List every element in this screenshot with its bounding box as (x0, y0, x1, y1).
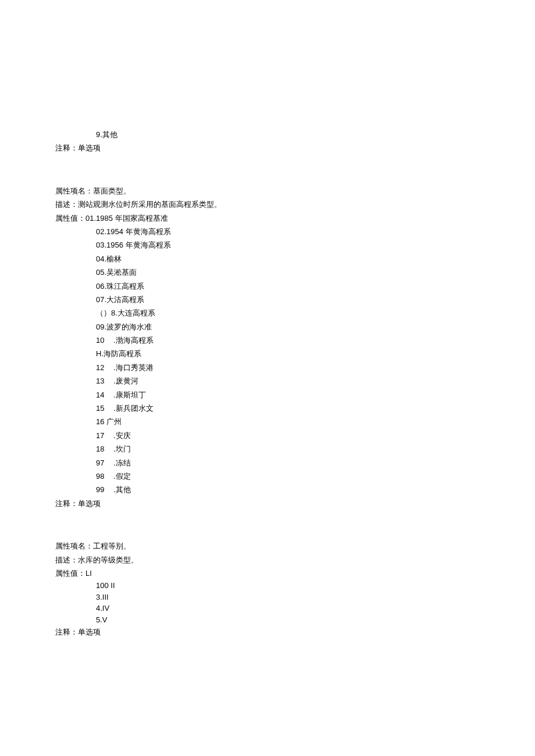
value-num: 18 (96, 442, 113, 456)
value-item: 99.其他 (55, 483, 480, 496)
attr-name-value: 工程等别。 (93, 542, 131, 550)
value-item: 15.新兵团水文 (55, 402, 480, 415)
value-item: 5.V (55, 614, 480, 626)
value-text: .渤海高程系 (113, 336, 154, 345)
value-item: H.海防高程系 (55, 347, 480, 360)
value-text: .冻结 (113, 458, 131, 467)
value-num: 17 (96, 429, 113, 442)
value-num: 13 (96, 374, 113, 388)
values-label: 属性值： (55, 214, 85, 223)
value-text: .废黄河 (113, 377, 138, 385)
value-item: 10.渤海高程系 (55, 334, 480, 347)
value-item: 02.1954 年黄海高程系 (55, 225, 480, 238)
note-line: 注释：单选项 (55, 625, 480, 639)
value-item: 09.波罗的海水准 (55, 320, 480, 334)
roman-list: 100 II 3.III 4.IV 5.V (55, 580, 480, 625)
attr-name-value: 基面类型。 (93, 187, 131, 195)
values-label: 属性值： (55, 569, 85, 578)
value-item: 01.1985 年国家高程基准 (85, 214, 168, 223)
value-item: 97.冻结 (55, 456, 480, 470)
note-label: 注释： (55, 628, 78, 636)
attr-name-line: 属性项名：基面类型。 (55, 184, 480, 198)
value-num: 97 (96, 456, 113, 470)
value-item: 16 广州 (55, 415, 480, 428)
value-item: 04.榆林 (55, 252, 480, 266)
value-item: （）8.大连高程系 (55, 306, 480, 320)
note-value: 单选项 (78, 144, 101, 152)
note-value: 单选项 (78, 499, 101, 508)
value-num: 15 (96, 402, 113, 415)
value-text: .坎门 (113, 445, 131, 453)
desc-label: 描述： (55, 556, 78, 564)
attr-name-label: 属性项名： (55, 542, 93, 550)
value-item: 12.海口秀英港 (55, 361, 480, 374)
value-item: 05.吴淞基面 (55, 266, 480, 279)
value-text: .新兵团水文 (113, 404, 154, 413)
value-item: 100 II (55, 580, 480, 592)
value-text: .假定 (113, 472, 131, 481)
value-item: 03.1956 年黄海高程系 (55, 238, 480, 252)
value-num: 12 (96, 361, 113, 374)
desc-line: 描述：水库的等级类型。 (55, 553, 480, 567)
value-item: 98.假定 (55, 470, 480, 483)
desc-value: 测站观测水位时所采用的基面高程系类型。 (78, 200, 222, 209)
value-item: 14.康斯坦丁 (55, 388, 480, 402)
values-first-line: 属性值：LI (55, 567, 480, 580)
note-line: 注释：单选项 (55, 141, 480, 155)
value-item: 13.废黄河 (55, 374, 480, 388)
value-num: 99 (96, 483, 113, 496)
value-text: .康斯坦丁 (113, 390, 146, 399)
value-text: .其他 (113, 485, 131, 494)
desc-label: 描述： (55, 200, 78, 209)
value-num: 10 (96, 334, 113, 347)
value-num: 98 (96, 470, 113, 483)
section-project-grade: 属性项名：工程等别。 描述：水库的等级类型。 属性值：LI 100 II 3.I… (55, 539, 480, 639)
note-value: 单选项 (78, 628, 101, 636)
value-item: 17.安庆 (55, 429, 480, 442)
value-text: .安庆 (113, 431, 131, 440)
value-text: .海口秀英港 (113, 363, 154, 372)
desc-value: 水库的等级类型。 (78, 556, 138, 564)
note-line: 注释：单选项 (55, 497, 480, 510)
desc-line: 描述：测站观测水位时所采用的基面高程系类型。 (55, 198, 480, 211)
attr-name-label: 属性项名： (55, 187, 93, 195)
section-datum-type: 属性项名：基面类型。 描述：测站观测水位时所采用的基面高程系类型。 属性值：01… (55, 184, 480, 510)
value-item: 18.坎门 (55, 442, 480, 456)
value-item: 06.珠江高程系 (55, 280, 480, 293)
note-label: 注释： (55, 144, 78, 152)
value-item: 9.其他 (55, 128, 480, 141)
values-first-line: 属性值：01.1985 年国家高程基准 (55, 212, 480, 225)
value-num: 14 (96, 388, 113, 402)
value-item: 4.IV (55, 603, 480, 614)
value-item: LI (85, 569, 92, 578)
value-item: 07.大沽高程系 (55, 293, 480, 306)
section-tail: 9.其他 注释：单选项 (55, 128, 480, 155)
value-item: 3.III (55, 592, 480, 603)
note-label: 注释： (55, 499, 78, 508)
attr-name-line: 属性项名：工程等别。 (55, 539, 480, 553)
